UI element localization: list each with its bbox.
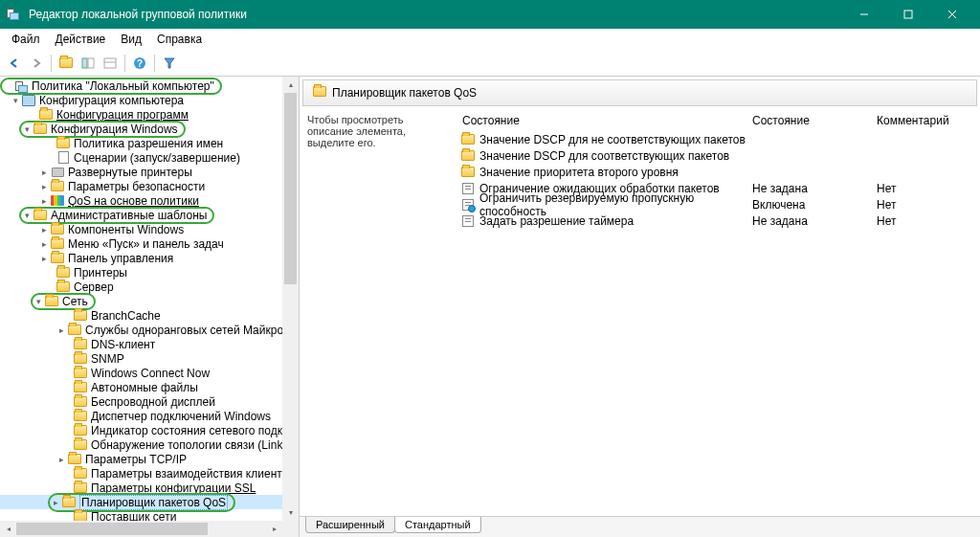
filter-button[interactable]	[159, 53, 180, 74]
chevron-right-icon[interactable]: ▸	[38, 195, 50, 207]
settings-list: Состояние Состояние Комментарий Значение…	[460, 114, 972, 508]
folder-icon	[460, 134, 476, 145]
toolbar-separator-2	[124, 55, 125, 72]
tree-offline-files[interactable]: Автономные файлы	[0, 380, 299, 394]
chevron-down-icon[interactable]: ▾	[21, 123, 33, 135]
col-comment[interactable]: Комментарий	[877, 114, 972, 127]
item-name: Значение DSCP для не соответствующих пак…	[479, 133, 752, 146]
chevron-down-icon[interactable]: ▾	[21, 210, 33, 221]
tree-win-conn-mgr[interactable]: Диспетчер подключений Windows	[0, 409, 299, 423]
menu-help[interactable]: Справка	[149, 31, 210, 48]
tree-server[interactable]: Сервер	[0, 280, 299, 294]
tab-standard[interactable]: Стандартный	[394, 517, 481, 533]
svg-rect-1	[904, 11, 912, 18]
app-icon	[6, 7, 21, 22]
chevron-down-icon[interactable]: ▾	[10, 95, 21, 106]
tree-security[interactable]: ▸Параметры безопасности	[0, 179, 299, 193]
tree-root[interactable]: Политика "Локальный компьютер"	[0, 78, 299, 93]
scroll-right-icon[interactable]: ▸	[266, 521, 282, 537]
svg-rect-6	[104, 58, 116, 68]
list-item[interactable]: Значение приоритета второго уровня	[460, 164, 972, 180]
chevron-right-icon[interactable]: ▸	[38, 167, 50, 178]
svg-rect-5	[88, 58, 94, 68]
scrollbar-thumb[interactable]	[284, 93, 297, 284]
tree-peer-services[interactable]: ▸Службы одноранговых сетей Майкросо	[0, 323, 299, 337]
tree-start-taskbar[interactable]: ▸Меню «Пуск» и панель задач	[0, 236, 299, 251]
tree-lltd[interactable]: Обнаружение топологии связи (Link-Lay	[0, 437, 299, 452]
tree-qos-policy[interactable]: ▸QoS на основе политики	[0, 193, 299, 208]
up-button[interactable]	[56, 53, 77, 74]
column-headers[interactable]: Состояние Состояние Комментарий	[460, 114, 972, 127]
chevron-down-icon[interactable]: ▾	[33, 296, 44, 307]
item-state: Не задана	[752, 182, 877, 195]
tree-wireless-display[interactable]: Беспроводной дисплей	[0, 394, 299, 409]
menu-action[interactable]: Действие	[48, 31, 114, 48]
list-item[interactable]: Значение DSCP для соответствующих пакето…	[460, 147, 972, 164]
tabs-bottom: Расширенный Стандартный	[300, 516, 980, 537]
tree-net-conn-status[interactable]: Индикатор состояния сетевого подклю	[0, 423, 299, 437]
col-state-left[interactable]: Состояние	[460, 114, 752, 127]
show-hide-action-button[interactable]	[100, 53, 121, 74]
scroll-down-icon[interactable]: ▾	[282, 504, 299, 521]
menu-file[interactable]: Файл	[4, 31, 48, 48]
chevron-right-icon[interactable]: ▸	[38, 253, 50, 264]
toolbar: ?	[0, 50, 980, 77]
tree-da-client[interactable]: Параметры взаимодействия клиента Dir	[0, 466, 299, 481]
tree-printers[interactable]: Принтеры	[0, 265, 299, 280]
tab-extended[interactable]: Расширенный	[305, 517, 395, 533]
chevron-right-icon[interactable]: ▸	[56, 324, 67, 336]
tree-branchcache[interactable]: BranchCache	[0, 308, 299, 323]
tree-tcpip[interactable]: ▸Параметры TCP/IP	[0, 452, 299, 466]
tree-admin-templates[interactable]: ▾Административные шаблоны	[0, 208, 299, 222]
tree-computer-config[interactable]: ▾Конфигурация компьютера	[0, 93, 299, 107]
list-item[interactable]: Ограничить резервируемую пропускную спос…	[460, 196, 972, 213]
tree-windows-config[interactable]: ▾Конфигурация Windows	[0, 122, 299, 136]
scroll-left-icon[interactable]: ◂	[0, 521, 16, 537]
col-state-right[interactable]: Состояние	[752, 114, 877, 127]
window-title: Редактор локальной групповой политики	[29, 8, 842, 21]
item-comment: Нет	[877, 182, 972, 195]
tree-scripts[interactable]: Сценарии (запуск/завершение)	[0, 150, 299, 165]
forward-button[interactable]	[26, 53, 47, 74]
chevron-right-icon[interactable]: ▸	[38, 238, 50, 250]
show-hide-tree-button[interactable]	[78, 53, 99, 74]
item-comment: Нет	[877, 198, 972, 212]
item-state: Не задана	[752, 214, 877, 228]
tree-deployed-printers[interactable]: ▸Развернутые принтеры	[0, 165, 299, 179]
workspace: Политика "Локальный компьютер" ▾Конфигур…	[0, 77, 980, 537]
vertical-scrollbar[interactable]: ▴ ▾	[282, 77, 299, 521]
item-name: Значение DSCP для соответствующих пакето…	[479, 149, 752, 163]
list-item[interactable]: Задать разрешение таймераНе заданаНет	[460, 213, 972, 229]
svg-rect-4	[82, 58, 87, 68]
chevron-right-icon[interactable]: ▸	[50, 497, 61, 508]
chevron-right-icon[interactable]: ▸	[38, 224, 50, 235]
scrollbar-thumb[interactable]	[16, 523, 208, 535]
maximize-button[interactable]	[886, 0, 930, 29]
description-panel: Чтобы просмотреть описание элемента, выд…	[307, 114, 460, 508]
folder-icon	[460, 150, 476, 161]
tree-qos-scheduler[interactable]: ▸Планировщик пакетов QoS	[0, 495, 299, 509]
chevron-right-icon[interactable]: ▸	[56, 454, 67, 465]
list-item[interactable]: Значение DSCP для не соответствующих пак…	[460, 131, 972, 147]
close-button[interactable]	[930, 0, 974, 29]
tree-dns-client[interactable]: DNS-клиент	[0, 337, 299, 351]
tree-control-panel[interactable]: ▸Панель управления	[0, 251, 299, 265]
tree-snmp[interactable]: SNMP	[0, 351, 299, 366]
setting-icon	[460, 183, 476, 194]
tree-wcn[interactable]: Windows Connect Now	[0, 366, 299, 380]
item-comment: Нет	[877, 214, 972, 228]
detail-body: Чтобы просмотреть описание элемента, выд…	[300, 106, 980, 516]
tree-name-res-policy[interactable]: Политика разрешения имен	[0, 136, 299, 150]
minimize-button[interactable]	[842, 0, 886, 29]
tree-program-config[interactable]: Конфигурация программ	[0, 107, 299, 122]
scroll-up-icon[interactable]: ▴	[282, 77, 299, 93]
back-button[interactable]	[4, 53, 25, 74]
titlebar: Редактор локальной групповой политики	[0, 0, 980, 29]
tree-pane[interactable]: Политика "Локальный компьютер" ▾Конфигур…	[0, 77, 300, 537]
tree-network[interactable]: ▾Сеть	[0, 294, 299, 308]
horizontal-scrollbar[interactable]: ◂ ▸	[0, 521, 282, 537]
tree-win-components[interactable]: ▸Компоненты Windows	[0, 222, 299, 236]
help-button[interactable]: ?	[129, 53, 150, 74]
menu-view[interactable]: Вид	[113, 31, 149, 48]
chevron-right-icon[interactable]: ▸	[38, 181, 50, 192]
